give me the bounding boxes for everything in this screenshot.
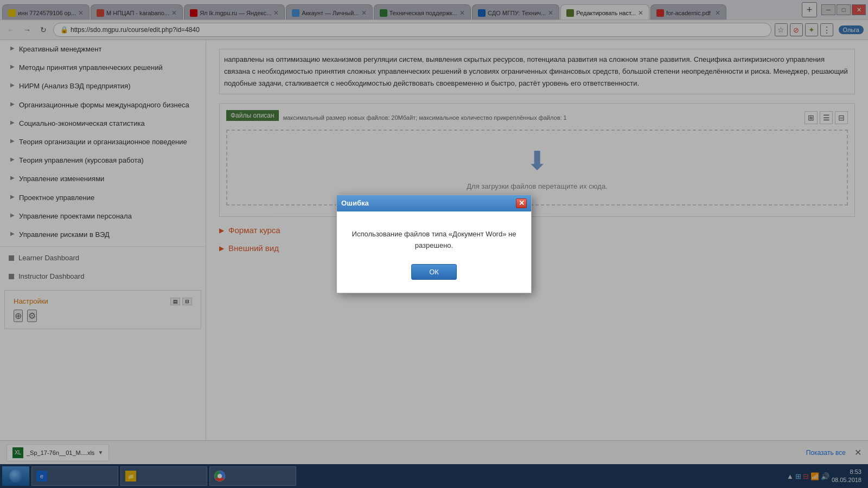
error-modal: Ошибка ✕ Использование файлов типа «Доку…	[336, 195, 532, 294]
modal-message: Использование файлов типа «Документ Word…	[350, 229, 518, 252]
modal-overlay: Ошибка ✕ Использование файлов типа «Доку…	[0, 0, 868, 488]
modal-title: Ошибка	[341, 199, 369, 207]
modal-ok-button[interactable]: ОК	[411, 264, 457, 280]
modal-close-button[interactable]: ✕	[516, 198, 527, 208]
modal-body: Использование файлов типа «Документ Word…	[337, 211, 531, 293]
modal-titlebar: Ошибка ✕	[337, 195, 531, 211]
